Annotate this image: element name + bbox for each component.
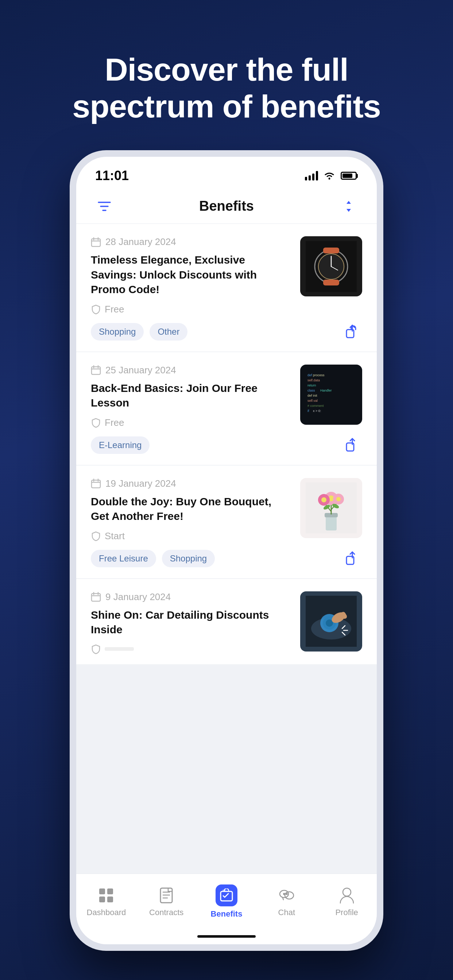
card-price: Free — [91, 304, 292, 315]
nav-label-dashboard: Dashboard — [87, 908, 126, 917]
svg-rect-58 — [222, 889, 225, 891]
nav-label-contracts: Contracts — [149, 908, 183, 917]
price-text: Free — [105, 304, 124, 315]
shield-icon — [91, 531, 101, 541]
phone-wrapper: 11:01 — [70, 150, 383, 951]
tag-elearning: E-Learning — [91, 436, 150, 454]
share-icon — [345, 325, 360, 339]
svg-text:self.val: self.val — [308, 399, 318, 402]
sort-button[interactable] — [339, 197, 359, 216]
headline-line1: Discover the full — [105, 51, 348, 88]
tag-shopping: Shopping — [91, 323, 144, 340]
calendar-icon — [91, 592, 101, 602]
date-text: 19 January 2024 — [105, 478, 176, 489]
card-date: 19 January 2024 — [91, 478, 292, 489]
status-time: 11:01 — [95, 168, 129, 183]
nav-label-benefits: Benefits — [211, 909, 242, 919]
tag-other: Other — [150, 323, 187, 340]
card-image — [300, 478, 362, 538]
card-title: Back-End Basics: Join Our Free Lesson — [91, 381, 292, 410]
card-tags: Shopping Other — [91, 323, 187, 340]
share-button[interactable] — [343, 322, 362, 341]
benefit-card[interactable]: 9 January 2024 Shine On: Car Detailing D… — [76, 579, 377, 664]
card-price: Start — [91, 530, 292, 542]
benefit-card[interactable]: 25 January 2024 Back-End Basics: Join Ou… — [76, 352, 377, 465]
shield-icon — [91, 417, 101, 428]
benefit-card[interactable]: 19 January 2024 Double the Joy: Buy One … — [76, 466, 377, 578]
shield-icon — [91, 644, 101, 654]
contracts-icon — [157, 886, 176, 905]
price-text: Free — [105, 417, 124, 428]
nav-label-profile: Profile — [335, 908, 358, 917]
signal-icon — [305, 171, 318, 180]
svg-rect-11 — [91, 367, 100, 374]
card-image — [300, 591, 362, 652]
date-text: 9 January 2024 — [105, 591, 171, 603]
home-bar — [197, 935, 256, 938]
card-tags: Free Leisure Shopping — [91, 550, 215, 567]
share-button[interactable] — [343, 549, 362, 568]
card-image: def process self.data return class Handl… — [300, 364, 362, 425]
svg-text:process: process — [313, 373, 325, 377]
shield-icon — [91, 304, 101, 314]
share-button[interactable] — [343, 436, 362, 455]
nav-item-profile[interactable]: Profile — [321, 886, 372, 917]
card-tags: E-Learning — [91, 436, 150, 454]
svg-point-0 — [329, 178, 330, 180]
tag-shopping: Shopping — [162, 550, 215, 567]
dashboard-icon — [97, 886, 116, 905]
battery-icon — [341, 172, 358, 180]
svg-rect-25 — [91, 480, 100, 488]
phone-screen: 11:01 — [76, 157, 377, 944]
svg-text:self.data: self.data — [308, 379, 320, 382]
nav-item-dashboard[interactable]: Dashboard — [81, 886, 132, 917]
nav-item-contracts[interactable]: Contracts — [141, 886, 192, 917]
calendar-icon — [91, 237, 101, 247]
card-price-partial — [91, 644, 292, 654]
svg-rect-53 — [107, 888, 113, 894]
card-date: 28 January 2024 — [91, 236, 292, 248]
svg-rect-55 — [107, 897, 113, 902]
svg-text:def init: def init — [308, 394, 317, 398]
bottom-nav: Dashboard Contracts — [76, 873, 377, 928]
nav-item-chat[interactable]: Chat — [261, 886, 312, 917]
sort-icon — [344, 200, 354, 213]
headline: Discover the full spectrum of benefits — [43, 0, 410, 150]
card-image — [300, 236, 362, 296]
svg-rect-52 — [99, 888, 105, 894]
app-header: Benefits — [76, 189, 377, 224]
home-indicator — [76, 928, 377, 944]
chat-icon — [277, 886, 296, 905]
filter-icon — [98, 201, 111, 212]
svg-rect-1 — [91, 239, 100, 247]
content-area: 28 January 2024 Timeless Elegance, Exclu… — [76, 224, 377, 873]
svg-text:return: return — [308, 383, 316, 387]
price-placeholder — [105, 647, 134, 651]
svg-text:if: if — [308, 409, 309, 413]
benefit-card[interactable]: 28 January 2024 Timeless Elegance, Exclu… — [76, 224, 377, 352]
svg-text:x > 0:: x > 0: — [313, 409, 321, 413]
date-text: 28 January 2024 — [105, 236, 176, 248]
svg-point-62 — [286, 893, 288, 895]
nav-item-benefits[interactable]: Benefits — [201, 885, 252, 919]
wifi-icon — [324, 171, 335, 180]
svg-point-63 — [343, 888, 351, 896]
card-title: Timeless Elegance, Exclusive Savings: Un… — [91, 253, 292, 297]
svg-rect-8 — [323, 248, 339, 253]
svg-point-61 — [283, 893, 285, 895]
card-title: Shine On: Car Detailing Discounts Inside — [91, 608, 292, 637]
card-date: 9 January 2024 — [91, 591, 292, 603]
svg-rect-41 — [91, 593, 100, 601]
tag-freeleisure: Free Leisure — [91, 550, 156, 567]
status-bar: 11:01 — [76, 157, 377, 189]
svg-point-60 — [285, 892, 293, 899]
calendar-icon — [91, 365, 101, 375]
date-text: 25 January 2024 — [105, 364, 176, 376]
svg-text:def: def — [308, 373, 312, 377]
page-title: Benefits — [199, 198, 254, 214]
headline-line2: spectrum of benefits — [72, 88, 380, 124]
share-icon — [345, 438, 360, 452]
price-text: Start — [105, 530, 125, 542]
svg-point-37 — [336, 497, 341, 501]
filter-button[interactable] — [94, 197, 114, 216]
